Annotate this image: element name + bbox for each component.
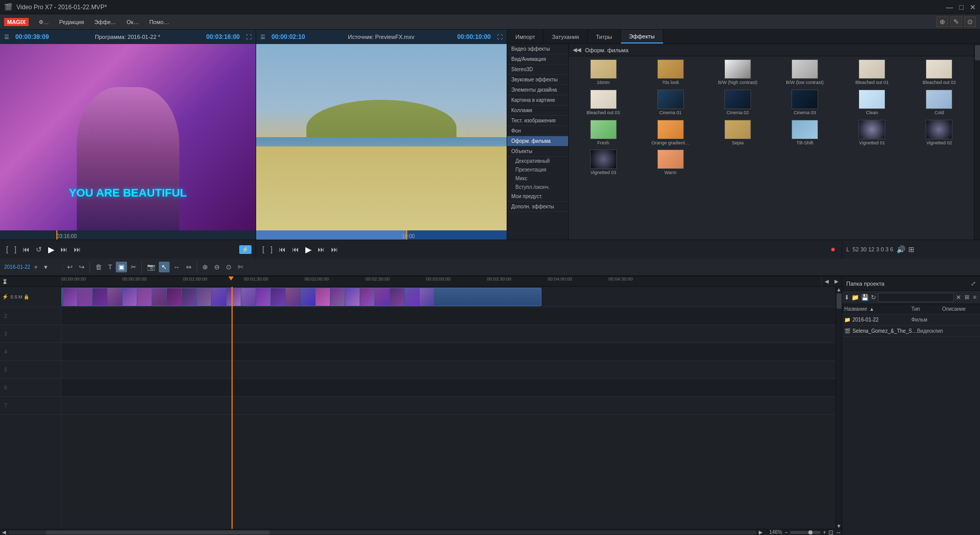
undo-btn[interactable]: ↩	[65, 262, 75, 272]
effect-16mm[interactable]: 16mm	[571, 58, 636, 87]
list-item-project[interactable]: 📁 2016-01-22 Фильм	[842, 314, 980, 326]
cursor-btn[interactable]: ↖	[159, 262, 170, 272]
effect-cold[interactable]: Cold	[907, 89, 972, 117]
vert-scroll-up[interactable]: ▲	[836, 287, 842, 292]
panel-search[interactable]	[878, 293, 954, 302]
zoom-slider[interactable]	[790, 531, 821, 534]
overwrite-btn[interactable]: ⊖	[212, 262, 222, 272]
smart-render-btn[interactable]: ⚡	[239, 245, 252, 254]
grid-nav-left[interactable]: ◀◀	[573, 47, 581, 53]
effect-70s[interactable]: 70s look	[638, 58, 703, 87]
jump-start-btn[interactable]: ⏮	[20, 244, 32, 254]
mark-in-btn-r[interactable]: [	[260, 244, 266, 254]
vert-scroll-down[interactable]: ▼	[836, 523, 842, 529]
track1-s[interactable]: S	[14, 294, 17, 299]
next-frame-btn[interactable]: ⏭	[316, 244, 327, 254]
jump-end-btn-r[interactable]: ⏭	[329, 244, 340, 254]
vert-scroll-thumb[interactable]	[837, 293, 842, 309]
scroll-left[interactable]: ◀	[0, 529, 8, 535]
new-folder-btn[interactable]: 📁	[851, 294, 859, 301]
save-proj-btn[interactable]: 💾	[861, 294, 869, 301]
menu-icon-1[interactable]: ⊕	[936, 16, 948, 27]
track1-m[interactable]: M	[18, 294, 23, 299]
grid-view-icon[interactable]: ⊞	[908, 245, 914, 253]
timeline-playhead[interactable]	[232, 287, 233, 529]
right-fullscreen-icon[interactable]: ⛶	[497, 34, 503, 40]
cat-bg[interactable]: Фон	[507, 126, 568, 136]
effect-vign2[interactable]: Vignetted 02	[907, 119, 972, 147]
play-btn-left[interactable]: ▶	[46, 244, 56, 255]
zoom-thumb[interactable]	[808, 530, 812, 534]
col-name[interactable]: Название ▲	[844, 306, 911, 312]
tab-import[interactable]: Импорт	[507, 30, 544, 44]
title-btn[interactable]: T	[106, 262, 115, 272]
effect-cinema02[interactable]: Cinema 02	[705, 89, 770, 117]
effect-cinema01[interactable]: Cinema 01	[638, 89, 703, 117]
add-track-btn[interactable]: +	[31, 262, 40, 272]
minimize-button[interactable]: —	[946, 3, 953, 11]
cat-objects[interactable]: Объекты	[507, 146, 568, 157]
cat-video[interactable]: Видео эффекты	[507, 44, 568, 54]
search-clear-btn[interactable]: ✕	[956, 294, 961, 301]
effect-fresh[interactable]: Fresh	[571, 119, 636, 147]
cat-pip[interactable]: Картина в картине	[507, 95, 568, 105]
prev-frame-btn[interactable]: ⏮	[290, 244, 301, 254]
volume-icon[interactable]: 🔊	[896, 245, 905, 253]
redo-btn[interactable]: ↪	[76, 262, 87, 272]
snapping-btn[interactable]: ⊙	[223, 262, 234, 272]
tab-titles[interactable]: Титры	[588, 30, 620, 44]
razor-btn[interactable]: ✂	[128, 262, 139, 272]
cat-stereo[interactable]: Stereo3D	[507, 65, 568, 75]
track-menu-btn[interactable]: ▾	[41, 262, 50, 272]
effect-vign1[interactable]: Vignetted 01	[840, 119, 905, 147]
effect-tiltshift[interactable]: Tilt-Shift	[772, 119, 837, 147]
tab-fade[interactable]: Затухания	[544, 30, 588, 44]
col-desc[interactable]: Описание	[942, 306, 978, 312]
left-preview-canvas[interactable]: YOU ARE BEAUTIFUL	[0, 44, 256, 230]
scroll-right-btn[interactable]: ▶	[831, 276, 842, 286]
menu-file[interactable]: Ф…	[35, 18, 53, 26]
cat-test[interactable]: Тест. изображения	[507, 116, 568, 126]
cat-sound[interactable]: Звуковые эффекты	[507, 75, 568, 85]
menu-icon-2[interactable]: ✎	[950, 16, 962, 27]
scroll-right[interactable]: ▶	[757, 529, 765, 535]
cat-collage[interactable]: Коллажи	[507, 105, 568, 116]
cat-deco[interactable]: Декоративный	[507, 157, 568, 165]
mark-in-btn[interactable]: [	[4, 244, 10, 254]
effects-scrollbar[interactable]	[974, 44, 980, 240]
col-type[interactable]: Тип	[911, 306, 942, 312]
tab-effects[interactable]: Эффекты	[621, 30, 663, 44]
select-btn[interactable]: ▣	[116, 262, 127, 272]
delete-btn[interactable]: 🗑	[93, 262, 105, 272]
right-preview-canvas[interactable]	[256, 44, 507, 230]
menu-help[interactable]: Помо…	[145, 18, 173, 26]
effects-scroll-thumb[interactable]	[975, 45, 980, 60]
refresh-btn[interactable]: ↻	[871, 294, 876, 301]
fit-btn[interactable]: ⊡	[828, 529, 833, 536]
insert-btn[interactable]: ⊕	[200, 262, 211, 272]
effect-bleach02[interactable]: Bleached out 02	[907, 58, 972, 87]
effect-bw-high[interactable]: B/W (high contrast)	[705, 58, 770, 87]
cat-mix[interactable]: Микс	[507, 174, 568, 183]
list-view-btn[interactable]: ≡	[972, 293, 978, 301]
maximize-button[interactable]: □	[960, 3, 964, 11]
effect-clean[interactable]: Clean	[840, 89, 905, 117]
zoom-fit-btn[interactable]: ↔	[836, 529, 842, 536]
mark-out-btn[interactable]: ]	[12, 244, 18, 254]
menu-icon-3[interactable]: ⊙	[964, 16, 976, 27]
step-fwd-btn[interactable]: ⏭	[58, 244, 70, 254]
left-fullscreen-icon[interactable]: ⛶	[246, 34, 252, 40]
effect-bleach03[interactable]: Bleached out 03	[571, 89, 636, 117]
slip-btn[interactable]: ⇔	[183, 262, 194, 272]
scroll-left-btn[interactable]: ◀	[821, 276, 831, 286]
right-scrubbar[interactable]: 10:00	[256, 230, 507, 240]
panel-expand-btn[interactable]: ⤢	[971, 280, 976, 287]
menu-ok[interactable]: Ок…	[122, 18, 143, 26]
screenshot-btn[interactable]: 📷	[144, 262, 158, 272]
effect-bleach01[interactable]: Bleached out 01	[840, 58, 905, 87]
rewind-btn[interactable]: ↺	[34, 244, 44, 254]
scroll-thumb[interactable]	[46, 530, 270, 534]
scroll-track[interactable]	[8, 530, 757, 534]
video-clip-1[interactable]	[61, 288, 541, 306]
ripple-btn[interactable]: ↔	[171, 262, 182, 272]
